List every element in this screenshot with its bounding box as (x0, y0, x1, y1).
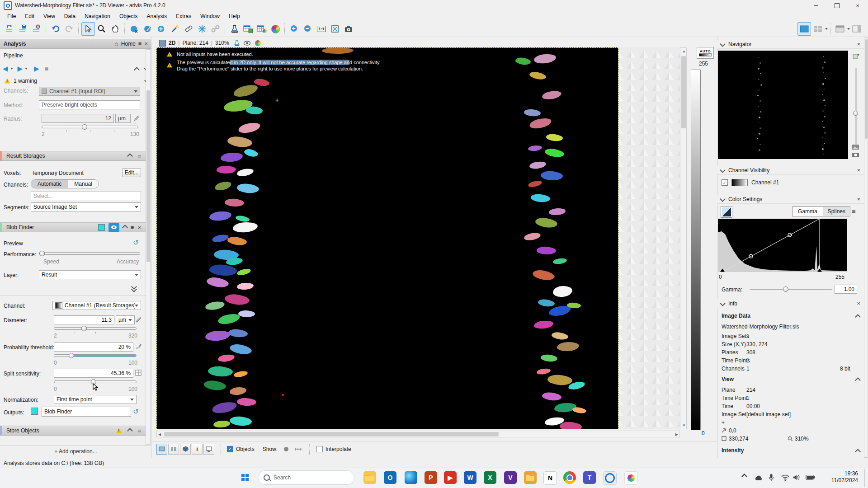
menu-navigation[interactable]: Navigation (80, 12, 115, 20)
auto-range-button[interactable]: AUTO (697, 47, 714, 59)
blob-finder-close-icon[interactable]: × (137, 225, 141, 230)
info-close-icon[interactable]: × (857, 300, 860, 306)
extra-panel-icon[interactable] (850, 22, 863, 36)
zoom-fit-icon[interactable] (328, 22, 342, 36)
pointer-tool-icon[interactable] (81, 22, 95, 36)
world-clear-tool-icon[interactable] (127, 22, 141, 36)
taskbar-clock[interactable]: 19:36 11/07/2024 (828, 470, 858, 484)
menu-extras[interactable]: Extras (171, 12, 196, 20)
blob-finder-color-swatch[interactable] (98, 224, 105, 231)
wifi-icon[interactable] (781, 474, 789, 481)
channels-manual-option[interactable]: Manual (68, 180, 98, 188)
info-header[interactable]: Info × (717, 299, 864, 308)
navigator-zoom-slider[interactable] (855, 68, 857, 145)
home-link[interactable]: Home (121, 41, 136, 47)
gamma-slider[interactable] (750, 289, 832, 290)
color-settings-header[interactable]: Color Settings × (717, 195, 864, 204)
blob-finder-collapse-icon[interactable] (122, 225, 128, 230)
menu-objects[interactable]: Objects (115, 12, 142, 20)
analysis-flask-icon[interactable] (228, 22, 241, 36)
taskbar-outlook-icon[interactable]: O (384, 471, 396, 484)
show-fill-icon[interactable] (283, 446, 290, 452)
viewer-vscrollbar[interactable]: ▲ ▼ (680, 47, 687, 429)
pipeline-warning-row[interactable]: 1 warning (4, 78, 37, 84)
blob-finder-menu-icon[interactable]: ≡ (131, 225, 134, 230)
channels-dropdown[interactable]: Channel #1 (Input ROI) (39, 87, 140, 96)
hscroll-right-icon[interactable]: ▶ (675, 432, 678, 436)
outputs-reset-icon[interactable]: ↺ (133, 408, 139, 416)
layer-dropdown[interactable]: Result (39, 270, 141, 279)
navigator-add-icon[interactable] (853, 52, 860, 60)
maximize-button[interactable] (826, 0, 847, 11)
taskbar-palette-icon[interactable] (624, 471, 638, 485)
menu-analysis[interactable]: Analysis (142, 12, 172, 20)
channel-dropdown[interactable]: Channel #1 (Result Storages) (52, 301, 141, 310)
table-chart-icon[interactable] (255, 22, 269, 36)
grid-view-layout-icon[interactable] (811, 22, 825, 36)
taskbar-excel-icon[interactable]: X (484, 471, 496, 484)
viewer-visibility-eye-icon[interactable] (244, 41, 250, 46)
taskbar-notion-icon[interactable]: N (543, 471, 557, 485)
diameter-edit-pencil-icon[interactable] (135, 316, 142, 323)
step-forward-button[interactable]: ▶ (18, 65, 23, 73)
import-pipeline-icon[interactable] (3, 22, 16, 36)
channel-visibility-swatch[interactable] (731, 179, 748, 186)
table-image-icon[interactable] (241, 22, 255, 36)
segments-dropdown[interactable]: Source Image Set (31, 202, 141, 211)
view-info-button[interactable]: i (192, 444, 203, 455)
navigator-overview-icon[interactable] (852, 145, 859, 150)
onedrive-cloud-icon[interactable] (754, 475, 763, 481)
start-button[interactable] (241, 474, 249, 481)
channel-visibility-checkbox[interactable]: ✓ (722, 179, 728, 186)
channel-visibility-collapse-icon[interactable] (720, 167, 726, 173)
store-objects-menu-icon[interactable]: ≡ (137, 428, 141, 434)
menu-view[interactable]: View (39, 12, 60, 20)
navigator-collapse-icon[interactable] (720, 41, 726, 47)
panel-close-icon[interactable]: × (144, 41, 148, 47)
viewer-window-icon[interactable] (833, 22, 847, 36)
navigator-thumbnail[interactable] (718, 51, 848, 159)
color-settings-menu-icon[interactable]: ≡ (852, 208, 856, 215)
show-desktop-button[interactable] (864, 469, 865, 487)
ruler-tool-icon[interactable] (182, 22, 195, 36)
diameter-value-field[interactable]: 11.3 (54, 315, 114, 324)
probability-eyedropper-icon[interactable] (135, 343, 142, 350)
layout-dropdown-caret-icon[interactable] (825, 28, 828, 30)
analysis-panel-scrollbar[interactable] (146, 49, 151, 445)
color-settings-channel-swatch[interactable] (721, 206, 732, 218)
performance-slider-thumb[interactable] (39, 251, 45, 256)
step-back-button[interactable]: ◀ (3, 65, 8, 73)
show-outline-icon[interactable] (294, 446, 303, 452)
tray-expand-icon[interactable] (742, 474, 746, 480)
result-storages-header[interactable]: Result Storages ≡ (0, 151, 146, 161)
save-pipeline-icon[interactable] (16, 22, 30, 36)
magic-wand-tool-icon[interactable] (168, 22, 182, 36)
add-operation-button[interactable]: + Add operation... (0, 445, 151, 457)
viewer-plane-label[interactable]: Plane: 214 (182, 40, 208, 46)
outputs-name-field[interactable]: Blob Finder (42, 407, 131, 417)
navigator-zoom-thumb[interactable] (853, 111, 858, 116)
vscroll-down-icon[interactable]: ▼ (682, 423, 686, 427)
viewer-mode-label[interactable]: 2D (169, 40, 175, 46)
taskbar-edge-icon[interactable] (405, 471, 417, 484)
zoom-out-icon[interactable] (301, 22, 315, 36)
zoom-in-icon[interactable] (288, 22, 301, 36)
minimize-button[interactable] (806, 0, 826, 11)
viewer-zoom-label[interactable]: 310% (215, 40, 229, 46)
objects-checkbox[interactable]: ✓ (227, 446, 233, 452)
intensity-subheader[interactable]: Intensity (722, 447, 744, 454)
taskbar-powerpoint-icon[interactable]: P (425, 471, 437, 484)
viewer-analysis-flask-icon[interactable] (234, 40, 240, 46)
view-2d-button[interactable] (156, 444, 167, 455)
histogram[interactable] (718, 219, 847, 272)
right-dock-scrollbar[interactable] (864, 37, 868, 458)
tab-gamma[interactable]: Gamma (792, 206, 823, 216)
channels-automatic-option[interactable]: Automatic (31, 180, 68, 188)
clear-pipeline-icon[interactable] (30, 22, 43, 36)
store-objects-header[interactable]: Store Objects ≡ (0, 426, 146, 436)
menu-file[interactable]: File (3, 12, 20, 20)
intensity-gradient-bar[interactable] (691, 70, 701, 430)
redo-icon[interactable] (62, 22, 76, 36)
taskbar-search[interactable]: Search (258, 470, 354, 485)
viewer-color-wheel-icon[interactable] (255, 40, 261, 46)
